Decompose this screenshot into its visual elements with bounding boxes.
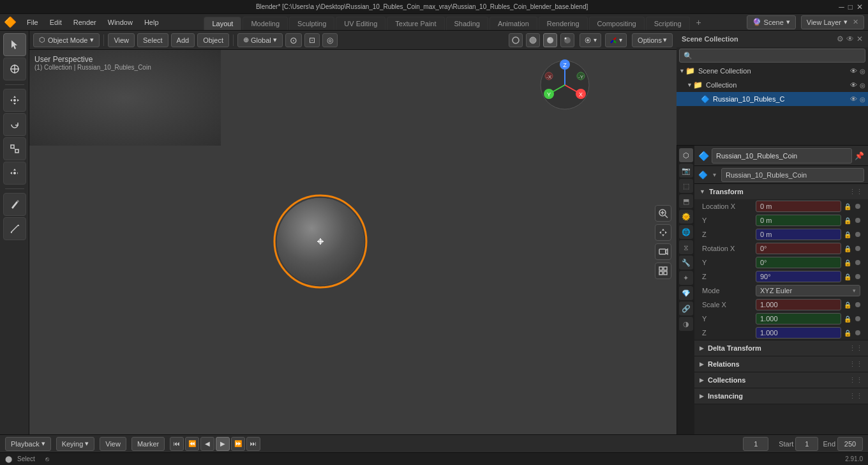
play-back-btn[interactable]: ◀	[200, 437, 214, 451]
pan-btn[interactable]	[655, 224, 671, 241]
eye-visible-icon[interactable]: 👁	[850, 67, 857, 75]
scale-z-lock[interactable]: 🔒	[844, 330, 853, 337]
tab-layout[interactable]: Layout	[204, 17, 241, 30]
zoom-in-btn[interactable]	[655, 205, 671, 222]
rotation-x-lock[interactable]: 🔒	[844, 245, 853, 252]
viewport-shading-solid[interactable]	[526, 33, 540, 47]
close-btn[interactable]: ✕	[857, 3, 863, 11]
outliner-search-bar[interactable]: 🔍	[679, 49, 865, 63]
rotation-z-value[interactable]: 90°	[756, 271, 841, 282]
view-layer-selector[interactable]: View Layer ▾ ✕	[801, 15, 864, 29]
rotation-mode-value[interactable]: XYZ Euler ▾	[756, 285, 860, 296]
coin-eye-icon[interactable]: 👁	[850, 95, 857, 103]
options-btn[interactable]: Options ▾	[632, 33, 673, 47]
tab-compositing[interactable]: Compositing	[589, 17, 645, 30]
scale-x-lock[interactable]: 🔒	[844, 301, 853, 309]
camera-view-btn[interactable]	[655, 243, 671, 260]
tab-modeling[interactable]: Modeling	[243, 17, 288, 30]
menu-edit[interactable]: Edit	[45, 17, 67, 27]
start-frame-field[interactable]: 1	[795, 437, 818, 451]
delta-transform-header[interactable]: ▶ Delta Transform ⋮⋮	[694, 340, 868, 356]
object-menu-btn[interactable]: Object	[197, 33, 229, 47]
mode-selector[interactable]: ⬡ Object Mode ▾	[33, 33, 100, 47]
jump-start-btn[interactable]: ⏮	[170, 437, 184, 451]
marker-btn[interactable]: Marker	[131, 437, 165, 451]
instancing-header[interactable]: ▶ Instancing ⋮⋮	[694, 388, 868, 404]
rotation-y-value[interactable]: 0°	[756, 257, 841, 268]
view-btn[interactable]: View	[100, 437, 126, 451]
obj-name-field[interactable]: Russian_10_Rubles_Coin	[712, 148, 852, 164]
rotate-tool-btn[interactable]	[3, 113, 26, 136]
outliner-collection[interactable]: ▼ 📁 Collection 👁 ◎	[677, 78, 868, 92]
add-menu-btn[interactable]: Add	[171, 33, 195, 47]
location-y-lock[interactable]: 🔒	[844, 217, 853, 224]
annotate-tool-btn[interactable]	[3, 193, 26, 216]
engine-selector[interactable]: 🔮 Scene ▾	[747, 15, 796, 29]
prop-type-view-layer[interactable]: ⬒	[679, 194, 693, 208]
transform-space-btn[interactable]: ⊕ Global ▾	[237, 33, 283, 47]
tab-scripting[interactable]: Scripting	[646, 17, 690, 30]
prop-type-world[interactable]: 🌐	[679, 225, 693, 239]
snap-btn[interactable]: ⊡	[304, 33, 320, 47]
location-z-anim[interactable]	[855, 232, 860, 237]
prop-type-constraints[interactable]: 🔗	[679, 301, 693, 316]
playback-btn[interactable]: Playback ▾	[5, 437, 51, 451]
cam-visible-icon[interactable]: ◎	[860, 68, 865, 75]
prop-type-object[interactable]: ⬡	[679, 148, 693, 162]
prop-type-modifier[interactable]: 🔧	[679, 255, 693, 270]
viewport-shading-material[interactable]	[543, 33, 557, 47]
tab-rendering[interactable]: Rendering	[539, 17, 588, 30]
tab-uv-editing[interactable]: UV Editing	[336, 17, 385, 30]
minimize-btn[interactable]: ─	[839, 3, 844, 11]
prop-type-scene[interactable]: 🌞	[679, 210, 693, 224]
end-frame-field[interactable]: 250	[837, 437, 863, 451]
step-fwd-btn[interactable]: ⏩	[231, 437, 245, 451]
scale-tool-btn[interactable]	[3, 137, 26, 160]
pin-icon[interactable]: 📌	[855, 151, 864, 160]
viewport-shading-wire[interactable]	[509, 33, 523, 47]
prop-type-physics[interactable]: 💎	[679, 286, 693, 300]
pivot-btn[interactable]: ⊙	[285, 33, 302, 47]
outliner-scene-collection[interactable]: ▼ 📁 Scene Collection 👁 ◎	[677, 64, 868, 78]
rotation-z-anim[interactable]	[855, 274, 860, 279]
orientation-gizmo[interactable]: Z X Y -X -Y	[536, 56, 594, 114]
cursor-tool-btn[interactable]	[3, 57, 26, 80]
rotation-x-anim[interactable]	[855, 246, 860, 251]
collections-header[interactable]: ▶ Collections ⋮⋮	[694, 372, 868, 388]
viewport-shading-rendered[interactable]	[560, 33, 574, 47]
view-layer-close[interactable]: ✕	[853, 18, 858, 26]
location-y-value[interactable]: 0 m	[756, 215, 841, 226]
menu-file[interactable]: File	[22, 17, 43, 27]
data-name-field[interactable]: Russian_10_Rubles_Coin	[721, 168, 864, 182]
proportional-btn[interactable]: ◎	[322, 33, 338, 47]
location-x-value[interactable]: 0 m	[756, 201, 841, 212]
scale-x-anim[interactable]	[855, 302, 860, 307]
select-menu-btn[interactable]: Select	[137, 33, 168, 47]
measure-tool-btn[interactable]	[3, 217, 26, 240]
maximize-btn[interactable]: □	[848, 3, 853, 11]
location-z-lock[interactable]: 🔒	[844, 231, 853, 238]
gizmo-btn[interactable]: ▾	[605, 33, 627, 47]
step-back-btn[interactable]: ⏪	[185, 437, 199, 451]
scale-y-value[interactable]: 1.000	[756, 313, 841, 324]
outliner-close-icon[interactable]: ✕	[857, 34, 863, 43]
select-tool-btn[interactable]	[3, 33, 26, 56]
jump-end-btn[interactable]: ⏭	[246, 437, 260, 451]
location-x-lock[interactable]: 🔒	[844, 203, 853, 210]
rotation-y-lock[interactable]: 🔒	[844, 259, 853, 266]
prop-type-object-data[interactable]: ⧖	[679, 240, 693, 254]
prop-type-particles[interactable]: ✦	[679, 271, 693, 285]
collection-cam-icon[interactable]: ◎	[860, 82, 865, 89]
scale-z-anim[interactable]	[855, 330, 860, 335]
tab-shading[interactable]: Shading	[446, 17, 488, 30]
rotation-y-anim[interactable]	[855, 260, 860, 265]
rotation-x-value[interactable]: 0°	[756, 243, 841, 254]
coin-cam-icon[interactable]: ◎	[860, 96, 865, 103]
3d-viewport[interactable]: User Perspective (1) Collection | Russia…	[29, 50, 677, 434]
relations-header[interactable]: ▶ Relations ⋮⋮	[694, 356, 868, 372]
location-x-anim[interactable]	[855, 204, 860, 209]
tab-animation[interactable]: Animation	[490, 17, 537, 30]
transform-tool-btn[interactable]	[3, 162, 26, 185]
move-tool-btn[interactable]	[3, 89, 26, 112]
location-z-value[interactable]: 0 m	[756, 229, 841, 240]
